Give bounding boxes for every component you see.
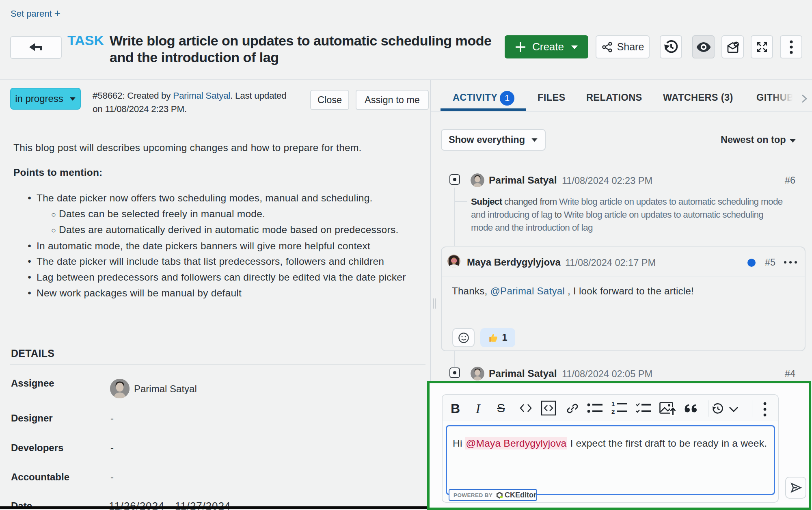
- svg-text:1: 1: [611, 401, 615, 407]
- svg-text:2: 2: [611, 408, 615, 415]
